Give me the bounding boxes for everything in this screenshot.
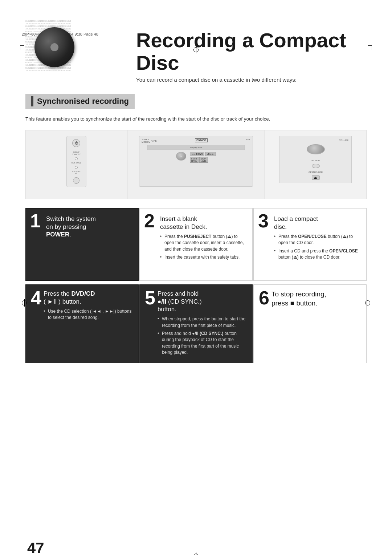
reg-cross-bottom	[192, 552, 200, 555]
corner-mark-tl	[20, 45, 24, 50]
step-6-box: 6 To stop recording, press ■ button.	[253, 284, 367, 363]
steps-row-1: 1 Switch the system on by pressing POWER…	[25, 208, 367, 281]
volume-knob	[307, 144, 325, 154]
open-close-button-panel: ⏏	[312, 175, 320, 180]
reg-cross-left	[21, 299, 28, 307]
reg-cross-right	[364, 299, 371, 307]
demo-standby-label: DEMO/STANDBY	[72, 151, 81, 155]
section-header-bar: Synchronised recording	[25, 94, 135, 109]
step-1-line2: on by pressing	[46, 223, 86, 230]
step-1-suffix: .	[69, 231, 71, 238]
title-section: 0101010101010101010101010101010101010101…	[25, 25, 367, 83]
step-2-bullets: Press the PUSH/EJECT button (⏏) to open …	[160, 234, 247, 261]
section-bar-accent	[31, 96, 33, 106]
title-area: Recording a Compact Disc You can record …	[136, 25, 367, 83]
step-4-content: Press the DVD/CD( ►II ) button. Use the …	[44, 290, 133, 323]
step-1-content: Switch the system on by pressing POWER.	[31, 214, 133, 238]
step-2-bullet-2: Insert the cassette with the safety tabs…	[160, 254, 247, 260]
corner-mark-tr	[368, 45, 372, 50]
rds-indicator	[75, 166, 78, 169]
step-1-title: Switch the system on by pressing POWER.	[46, 215, 133, 238]
page-number: 47	[27, 539, 44, 555]
step-3-title: Load a compact disc.	[274, 215, 361, 231]
step-3-box: 3 Load a compact disc. Press the OPEN/CL…	[253, 208, 367, 281]
device-panel-center: TUNERMODE/● TAPE DVD/CD AUX display area…	[127, 130, 265, 199]
step-5-bullets: When stopped, press the button to start …	[158, 316, 247, 356]
step-2-number: 2	[144, 211, 155, 230]
dvdcd-badge: DVD/CD	[195, 138, 208, 142]
step-4-bullet-1: Use the CD selection (|◄◄ , ►►|) buttons…	[44, 308, 133, 321]
section-title: Synchronised recording	[37, 97, 129, 106]
demo-indicator	[75, 157, 78, 160]
step-2-content: Insert a blank cassette in Deck. Press t…	[145, 214, 247, 260]
step-4-bullets: Use the CD selection (|◄◄ , ►►|) buttons…	[44, 308, 133, 321]
step-5-bullet-2: Press and hold ●/II (CD SYNC.) button du…	[158, 331, 247, 356]
device-panel-right: VOLUME DS MONI OPEN/CLOSE ⏏	[265, 130, 366, 199]
cd-sync-label: CD SYNC●/I	[72, 171, 81, 175]
rds-mode-label: RDS MODE	[72, 162, 81, 164]
step-1-box: 1 Switch the system on by pressing POWER…	[25, 208, 139, 281]
step-3-line1: Load a compact	[274, 215, 318, 222]
step-6-number: 6	[259, 288, 269, 307]
step-1-power: POWER	[46, 231, 69, 238]
steps-row-2: 4 Press the DVD/CD( ►II ) button. Use th…	[25, 284, 367, 363]
right-unit: VOLUME DS MONI OPEN/CLOSE ⏏	[279, 136, 352, 183]
step-2-bullet-1: Press the PUSH/EJECT button (⏏) to open …	[160, 234, 247, 252]
step-5-title: Press and hold ●/II (CD SYNC.) button.	[158, 290, 247, 313]
section-description: This feature enables you to synchronize …	[25, 116, 367, 123]
section-header-wrapper: Synchronised recording	[25, 94, 367, 109]
step-3-bullets: Press the OPEN/CLOSE button (⏏) to open …	[274, 234, 361, 261]
step-6-title: To stop recording, press ■ button.	[271, 290, 361, 308]
ds-moni-button	[312, 164, 320, 168]
step-2-line2: cassette in Deck.	[160, 223, 207, 230]
step-2-title: Insert a blank cassette in Deck.	[160, 215, 247, 231]
step-3-number: 3	[258, 211, 269, 230]
step-3-bullet-1: Press the OPEN/CLOSE button (⏏) to open …	[274, 234, 361, 246]
power-button-remote: ⏻	[72, 139, 80, 147]
step-2-box: 2 Insert a blank cassette in Deck. Press…	[139, 208, 253, 281]
step-5-number: 5	[145, 288, 155, 307]
device-illustration: ⏻ DEMO/STANDBY RDS MODE CD SYNC●/I TUNER…	[25, 130, 367, 199]
nav-buttons: ◄◄/DOWN UP/►► STARTLEVEL STOPLEVEL	[190, 152, 216, 163]
step-5-box: 5 Press and hold ●/II (CD SYNC.) button.…	[139, 284, 253, 363]
step-3-bullet-2: Insert a CD and press the OPEN/CLOSE but…	[274, 248, 361, 261]
device-panel-left: ⏻ DEMO/STANDBY RDS MODE CD SYNC●/I	[26, 130, 127, 199]
step-3-line2: disc.	[274, 223, 287, 230]
step-4-title: Press the DVD/CD( ►II ) button.	[44, 290, 133, 305]
step-4-number: 4	[31, 288, 41, 307]
tuning-mode-knob: ⊕	[176, 152, 186, 161]
step-1-line1: Switch the system	[46, 215, 96, 222]
step-4-box: 4 Press the DVD/CD( ►II ) button. Use th…	[25, 284, 139, 363]
step-6-content: To stop recording, press ■ button.	[271, 290, 361, 308]
page-wrapper: 29P~60P(DS80)~GB 10/4/04 9:38 Page 48 01…	[0, 25, 392, 555]
step-1-number: 1	[30, 211, 41, 230]
step-5-bullet-1: When stopped, press the button to start …	[158, 316, 247, 329]
page-title: Recording a Compact Disc	[136, 25, 367, 74]
center-unit: TUNERMODE/● TAPE DVD/CD AUX display area…	[139, 136, 253, 187]
cd-sync-button	[73, 177, 79, 184]
step-3-content: Load a compact disc. Press the OPEN/CLOS…	[259, 214, 361, 260]
subtitle-text: You can record a compact disc on a casse…	[136, 77, 367, 83]
remote-control: ⏻ DEMO/STANDBY RDS MODE CD SYNC●/I	[66, 136, 86, 187]
step-5-content: Press and hold ●/II (CD SYNC.) button. W…	[158, 290, 247, 357]
step-2-line1: Insert a blank	[160, 215, 197, 222]
disc-image	[34, 27, 74, 67]
